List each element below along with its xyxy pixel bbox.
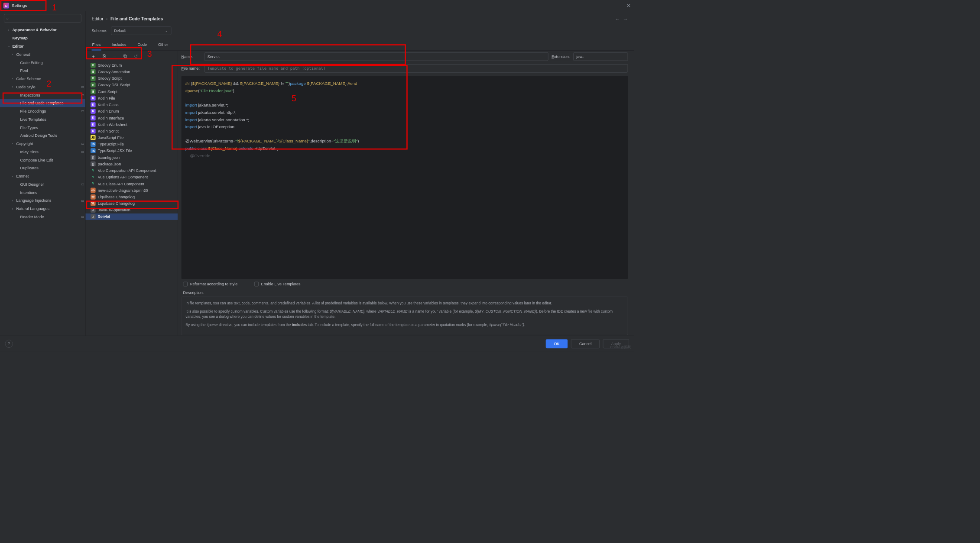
template-item[interactable]: KKotlin Enum xyxy=(85,108,178,114)
tree-item-emmet[interactable]: ›Emmet xyxy=(0,172,85,180)
tree-item-font[interactable]: Font xyxy=(0,66,85,74)
scheme-label: Scheme: xyxy=(92,29,107,33)
remove-button[interactable]: − xyxy=(111,52,119,60)
close-icon[interactable]: ✕ xyxy=(626,2,631,8)
tree-item-live-templates[interactable]: Live Templates xyxy=(0,115,85,123)
template-item[interactable]: JSJavaScript File xyxy=(85,134,178,141)
template-item[interactable]: <>new-activiti-diagram.bpmn20 xyxy=(85,187,178,194)
tree-item-inspections[interactable]: Inspections▭ xyxy=(0,91,85,99)
template-item[interactable]: GGroovy DSL Script xyxy=(85,82,178,88)
template-item[interactable]: <>Liquibase Changelog xyxy=(85,194,178,200)
template-item[interactable]: YLLiquibase Changelog xyxy=(85,200,178,207)
extension-input[interactable] xyxy=(573,52,628,61)
tree-item-color-scheme[interactable]: ›Color Scheme xyxy=(0,74,85,83)
tree-item-intentions[interactable]: Intentions xyxy=(0,188,85,197)
template-item[interactable]: KKotlin Class xyxy=(85,101,178,108)
tree-item-duplicates[interactable]: Duplicates xyxy=(0,164,85,172)
tree-item-reader-mode[interactable]: Reader Mode▭ xyxy=(0,213,85,221)
template-item[interactable]: VVue Options API Component xyxy=(85,174,178,180)
tabs: FilesIncludesCodeOther xyxy=(85,40,634,51)
tree-item-language-injections[interactable]: ›Language Injections▭ xyxy=(0,197,85,205)
template-item[interactable]: TSTypeScript JSX File xyxy=(85,148,178,154)
chevron-down-icon: ⌄ xyxy=(165,29,168,33)
tree-item-natural-languages[interactable]: ›Natural Languages xyxy=(0,204,85,213)
tree-item-file-and-code-templates[interactable]: File and Code Templates xyxy=(0,99,85,107)
template-item[interactable]: JJavaFXApplication xyxy=(85,207,178,213)
revert-button: ↺ xyxy=(132,52,140,60)
breadcrumb: Editor›File and Code Templates ← → xyxy=(85,11,634,24)
template-item[interactable]: GGroovy Script xyxy=(85,75,178,81)
copy-button[interactable]: ⧉ xyxy=(121,52,129,60)
filename-input[interactable] xyxy=(204,64,628,72)
reformat-checkbox[interactable]: Reformat according to style xyxy=(183,282,237,286)
template-item[interactable]: GGroovy Annotation xyxy=(85,68,178,75)
template-item[interactable]: {}package.json xyxy=(85,161,178,167)
tree-item-general[interactable]: ›General xyxy=(0,50,85,58)
tree-item-copyright[interactable]: ›Copyright▭ xyxy=(0,139,85,148)
template-item[interactable]: VVue Class API Component xyxy=(85,181,178,187)
tree-item-gui-designer[interactable]: GUI Designer▭ xyxy=(0,180,85,188)
tab-files[interactable]: Files xyxy=(92,40,101,51)
template-item[interactable]: VVue Composition API Component xyxy=(85,167,178,174)
template-item[interactable]: KKotlin Script xyxy=(85,128,178,134)
template-item[interactable]: JServlet xyxy=(85,213,178,220)
scheme-select[interactable]: Default⌄ xyxy=(111,26,171,35)
template-item[interactable]: GGroovy Enum xyxy=(85,62,178,68)
tree-item-code-style[interactable]: ›Code Style▭ xyxy=(0,83,85,91)
description-label: Description: xyxy=(178,288,631,296)
template-item[interactable]: KKotlin Interface xyxy=(85,115,178,121)
template-item[interactable]: KKotlin Worksheet xyxy=(85,121,178,128)
name-input[interactable] xyxy=(204,52,548,61)
titlebar: IJ Settings ✕ xyxy=(0,0,634,11)
tree-item-inlay-hints[interactable]: Inlay Hints▭ xyxy=(0,148,85,156)
search-input[interactable]: ⌕ xyxy=(4,14,81,22)
tab-includes[interactable]: Includes xyxy=(111,40,127,51)
add-button[interactable]: ＋ xyxy=(89,52,97,60)
template-list[interactable]: GGroovy EnumGGroovy AnnotationGGroovy Sc… xyxy=(85,62,178,336)
search-icon: ⌕ xyxy=(6,16,9,20)
live-templates-checkbox[interactable]: Enable Live Templates xyxy=(254,282,301,286)
tree-item-code-editing[interactable]: Code Editing xyxy=(0,58,85,67)
description-box: In file templates, you can use text, cod… xyxy=(182,297,628,335)
filename-label: File name: xyxy=(182,66,201,71)
tree-item-editor[interactable]: ⌄Editor xyxy=(0,42,85,50)
template-item[interactable]: {}tsconfig.json xyxy=(85,154,178,161)
tree-item-file-types[interactable]: File Types xyxy=(0,123,85,132)
tree-item-appearance-behavior[interactable]: ›Appearance & Behavior xyxy=(0,26,85,34)
template-toolbar: ＋ ⎘ − ⧉ ↺ xyxy=(85,51,178,62)
tree-item-keymap[interactable]: Keymap xyxy=(0,34,85,42)
tree-item-file-encodings[interactable]: File Encodings▭ xyxy=(0,107,85,115)
extension-label: Extension: xyxy=(552,55,570,59)
help-button[interactable]: ? xyxy=(5,339,13,347)
add-child-button[interactable]: ⎘ xyxy=(100,52,108,60)
ok-button[interactable]: OK xyxy=(546,339,568,348)
window-title: Settings xyxy=(12,3,27,8)
tab-other[interactable]: Other xyxy=(158,40,169,51)
tree-item-android-design-tools[interactable]: Android Design Tools xyxy=(0,131,85,139)
template-item[interactable]: GGant Script xyxy=(85,88,178,95)
template-item[interactable]: KKotlin File xyxy=(85,95,178,101)
tree-item-compose-live-edit[interactable]: Compose Live Edit xyxy=(0,156,85,164)
template-code-editor[interactable]: #if (${PACKAGE_NAME} && ${PACKAGE_NAME} … xyxy=(182,76,628,279)
template-item[interactable]: TSTypeScript File xyxy=(85,141,178,147)
watermark: CSDN @孤我 xyxy=(610,345,631,349)
settings-tree[interactable]: ›Appearance & BehaviorKeymap⌄Editor›Gene… xyxy=(0,25,85,336)
app-icon: IJ xyxy=(3,3,9,8)
tab-code[interactable]: Code xyxy=(137,40,147,51)
name-label: Name: xyxy=(182,55,201,59)
cancel-button[interactable]: Cancel xyxy=(571,339,600,348)
